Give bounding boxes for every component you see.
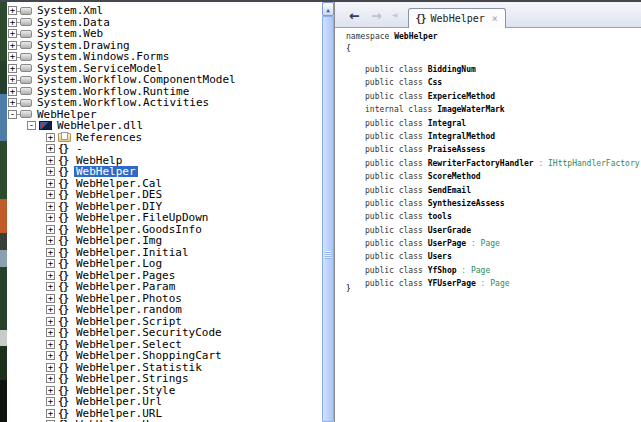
tree-item-webhelper-fileupdown[interactable]: + {} WebHelper.FileUpDown: [7, 212, 322, 224]
tree-item-label[interactable]: WebHelper.Photos: [74, 293, 184, 304]
tree-item-label[interactable]: WebHelper.dll: [55, 120, 145, 131]
tree-item-system-workflow-activities[interactable]: + System.Workflow.Activities: [7, 97, 322, 109]
tree-item-system-web[interactable]: + System.Web: [7, 28, 322, 40]
tree-item-webhelper-log[interactable]: + {} WebHelper.Log: [7, 258, 322, 270]
expand-icon[interactable]: +: [46, 144, 55, 153]
base-type-link[interactable]: IHttpHandlerFactory: [548, 159, 640, 168]
tree-item-label[interactable]: WebHelper.DES: [74, 189, 164, 200]
tree-item-label[interactable]: System.Workflow.ComponentModel: [35, 74, 238, 85]
expand-icon[interactable]: +: [46, 317, 55, 326]
expand-icon[interactable]: +: [8, 87, 17, 96]
tree-item-label[interactable]: WebHelper.Pages: [74, 270, 177, 281]
tree-item-label[interactable]: System.Xml: [35, 5, 105, 16]
expand-icon[interactable]: +: [46, 294, 55, 303]
expand-icon[interactable]: +: [46, 213, 55, 222]
expand-icon[interactable]: +: [46, 271, 55, 280]
expand-icon[interactable]: +: [46, 190, 55, 199]
expand-icon[interactable]: +: [46, 340, 55, 349]
tree-item-label[interactable]: System.Workflow.Activities: [35, 97, 211, 108]
tree-item-system-windows-forms[interactable]: + System.Windows.Forms: [7, 51, 322, 63]
tree-item-label[interactable]: WebHelper.Log: [74, 258, 164, 269]
tree-item-label[interactable]: WebHelper.DIY: [74, 201, 164, 212]
tree-item-label[interactable]: System.Windows.Forms: [35, 51, 171, 62]
expand-icon[interactable]: +: [46, 374, 55, 383]
tree-item-webhelper-dll[interactable]: - WebHelper.dll: [7, 120, 322, 132]
tree-item-label[interactable]: WebHelper: [74, 166, 138, 177]
tree-item-label[interactable]: WebHelper.Initial: [74, 247, 191, 258]
expand-icon[interactable]: +: [46, 202, 55, 211]
expand-icon[interactable]: +: [46, 363, 55, 372]
base-type-link[interactable]: Page: [481, 239, 500, 248]
tree-item-label[interactable]: WebHelper: [35, 109, 99, 120]
expand-icon[interactable]: +: [46, 282, 55, 291]
tree-item-webhelper-img[interactable]: + {} WebHelper.Img: [7, 235, 322, 247]
tree-item-webhelper[interactable]: - WebHelper: [7, 109, 322, 121]
back-icon[interactable]: ←: [349, 7, 359, 23]
forward-icon[interactable]: →: [371, 7, 381, 23]
tree-item-system-workflow-componentmodel[interactable]: + System.Workflow.ComponentModel: [7, 74, 322, 86]
expand-icon[interactable]: +: [46, 397, 55, 406]
tree-item-webhelper-des[interactable]: + {} WebHelper.DES: [7, 189, 322, 201]
tree-item-webhelp[interactable]: + {} WebHelp: [7, 155, 322, 167]
tab-scroll-left-icon[interactable]: ◄: [392, 9, 398, 20]
expand-icon[interactable]: +: [8, 29, 17, 38]
tree-scrollbar[interactable]: ▲: [322, 2, 334, 422]
tree-item-label[interactable]: -: [74, 143, 85, 154]
tree-item-webhelper-style[interactable]: + {} WebHelper.Style: [7, 385, 322, 397]
tree-item-label[interactable]: WebHelper.SecurityCode: [74, 327, 224, 338]
tree-item-label[interactable]: WebHelper.Cal: [74, 178, 164, 189]
tree-item-system-xml[interactable]: + System.Xml: [7, 5, 322, 17]
tree-item-webhelper-param[interactable]: + {} WebHelper.Param: [7, 281, 322, 293]
tree-item-label[interactable]: WebHelper.random: [74, 304, 184, 315]
expand-icon[interactable]: +: [8, 41, 17, 50]
tree-item-webhelper-url[interactable]: + {} WebHelper.Url: [7, 396, 322, 408]
tree-item-label[interactable]: WebHelper.Param: [74, 281, 177, 292]
expand-icon[interactable]: +: [46, 305, 55, 314]
tree-item-label[interactable]: WebHelper.GoodsInfo: [74, 224, 204, 235]
expand-icon[interactable]: +: [46, 259, 55, 268]
tree-item-references[interactable]: + References: [7, 132, 322, 144]
tree-item-label[interactable]: WebHelper.Select: [74, 339, 184, 350]
expand-icon[interactable]: +: [46, 133, 55, 142]
expand-icon[interactable]: +: [8, 98, 17, 107]
expand-icon[interactable]: +: [46, 225, 55, 234]
tree-item-webhelper-random[interactable]: + {} WebHelper.random: [7, 304, 322, 316]
tree-item-webhelper-goodsinfo[interactable]: + {} WebHelper.GoodsInfo: [7, 224, 322, 236]
tree-item-label[interactable]: WebHelper.Script: [74, 316, 184, 327]
tree-item-label[interactable]: System.Drawing: [35, 40, 132, 51]
expand-icon[interactable]: +: [46, 409, 55, 418]
tree-item-label[interactable]: WebHelp: [74, 155, 124, 166]
tree-item-webhelper-initial[interactable]: + {} WebHelper.Initial: [7, 247, 322, 259]
scroll-up-button[interactable]: ▲: [322, 2, 334, 16]
tree-item-webhelper-cal[interactable]: + {} WebHelper.Cal: [7, 178, 322, 190]
expand-icon[interactable]: +: [46, 156, 55, 165]
tree-item-label[interactable]: WebHelper.Url: [74, 396, 164, 407]
expand-icon[interactable]: +: [46, 248, 55, 257]
tree-item-label[interactable]: WebHelper.Img: [74, 235, 164, 246]
tree-item-webhelper-shoppingcart[interactable]: + {} WebHelper.ShoppingCart: [7, 350, 322, 362]
tab-close-icon[interactable]: ×: [492, 13, 498, 24]
tree-item-webhelper[interactable]: + {} WebHelper: [7, 166, 322, 178]
scrollbar-thumb[interactable]: [322, 16, 334, 422]
tree-item-label[interactable]: WebHelper.ShoppingCart: [74, 350, 224, 361]
tree-item-webhelper-strings[interactable]: + {} WebHelper.Strings: [7, 373, 322, 385]
tree-item-label[interactable]: WebHelper.FileUpDown: [74, 212, 210, 223]
expand-icon[interactable]: +: [46, 179, 55, 188]
expand-icon[interactable]: +: [8, 75, 17, 84]
tree-item-label[interactable]: System.Workflow.Runtime: [35, 86, 191, 97]
tree-item-label[interactable]: System.Web: [35, 28, 105, 39]
collapse-icon[interactable]: -: [27, 121, 36, 130]
tree-item-label[interactable]: System.ServiceModel: [35, 63, 165, 74]
tree-item-webhelper-securitycode[interactable]: + {} WebHelper.SecurityCode: [7, 327, 322, 339]
expand-icon[interactable]: +: [46, 167, 55, 176]
tree-item-label[interactable]: References: [74, 132, 144, 143]
expand-icon[interactable]: +: [8, 6, 17, 15]
expand-icon[interactable]: +: [46, 328, 55, 337]
tree-item-label[interactable]: WebHelper.Style: [74, 385, 177, 396]
tree-item-label[interactable]: WebHelper.Strings: [74, 373, 191, 384]
expand-icon[interactable]: +: [8, 18, 17, 27]
expand-icon[interactable]: +: [8, 64, 17, 73]
base-type-link[interactable]: Page: [490, 279, 509, 288]
expand-icon[interactable]: +: [46, 386, 55, 395]
collapse-icon[interactable]: -: [8, 110, 17, 119]
